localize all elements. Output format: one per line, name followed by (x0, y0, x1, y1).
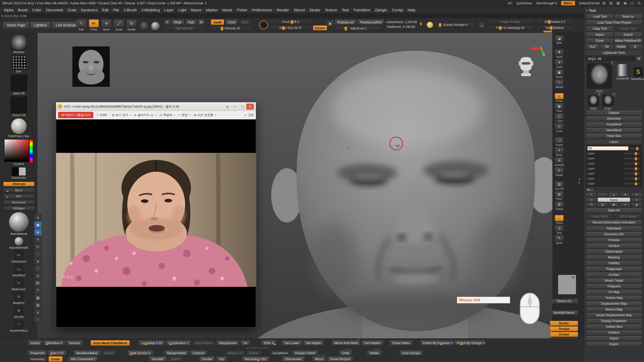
layer-prev-icon[interactable]: ◂ (586, 198, 597, 202)
bottom-button[interactable]: ZRemesher (282, 356, 305, 362)
left-tray-item[interactable]: Alpha Off (0, 75, 37, 95)
lightbox-button[interactable]: LightBox (30, 22, 51, 29)
layout-icon[interactable]: ▤ (601, 1, 607, 6)
collapse-left-icon[interactable]: ◂ (579, 177, 580, 180)
left-tray-item[interactable]: BasicMaterialB (0, 237, 37, 249)
layers-header[interactable]: Layers (586, 139, 642, 144)
menu-item[interactable]: Alpha (2, 7, 16, 13)
layer-intensity-slider[interactable] (624, 152, 640, 155)
minimize-icon[interactable]: — (231, 104, 239, 110)
mode-button[interactable]: ✏ Draw (88, 19, 100, 31)
subpalette-header[interactable]: Surface (586, 243, 642, 248)
bottom-button[interactable]: MergeVisible (164, 350, 189, 356)
right-shelf-button[interactable]: ▤ Line Fill (554, 181, 565, 190)
subpalette-header[interactable]: Unified Skin (586, 324, 642, 329)
subpalette-header[interactable]: Contact (586, 272, 642, 277)
bottom-button[interactable]: Auto Groups (399, 350, 423, 356)
left-tray-item[interactable]: FillObject (0, 206, 37, 210)
viewer-title-bar[interactable]: 비만 > main-qimg-93c3c8ffe6d5fa389f679ef1b… (56, 102, 256, 111)
tool-thumbnail[interactable]: 23강1 3 (587, 95, 599, 111)
layer-delete-icon[interactable]: − (597, 193, 608, 197)
subpalette-header[interactable]: Initialize (586, 330, 642, 335)
menu-item[interactable]: Help (405, 7, 418, 13)
bottom-button[interactable]: MergeDown (216, 340, 239, 346)
viewer-menu-button[interactable]: ▤ 책갈피 (158, 113, 176, 117)
obj-shadow-slider[interactable]: ObjShadow 0.3 (537, 19, 572, 24)
left-tray-item[interactable]: ▭ SelectRect (0, 265, 37, 277)
exif-button[interactable]: ⓘ EXIF (96, 113, 107, 117)
mode-button[interactable]: ⤢ Scale (113, 19, 125, 31)
right-shelf-button[interactable]: ▥ PolyF (554, 191, 565, 200)
layer-row[interactable]: Layer (587, 181, 641, 186)
bottom-button[interactable]: Delete (246, 350, 261, 356)
subpalette-header[interactable]: Import (586, 336, 642, 341)
subpalette-header[interactable]: Geometry (586, 116, 642, 121)
subpalette-header[interactable]: UV Map (586, 289, 642, 295)
menu-item[interactable]: Macro (189, 7, 204, 13)
menu-item[interactable]: Movie (220, 7, 234, 13)
subpalette-header[interactable]: Display Properties (586, 318, 642, 324)
import-mdd-button[interactable]: Import MDD (586, 214, 614, 219)
bottom-button[interactable]: Del Lower (282, 340, 302, 346)
collapse-right-icon[interactable]: ▸ (579, 181, 580, 184)
ac-indicator[interactable]: AC (508, 1, 512, 5)
menu-item[interactable]: Render (274, 7, 291, 13)
viewer-menu-button[interactable]: ✎ 편집 (177, 113, 192, 117)
bottom-button[interactable]: Morph UV (225, 350, 245, 356)
right-shelf-button[interactable]: ½ AAHalf (554, 79, 565, 88)
stroke-preview-icon[interactable] (140, 22, 149, 31)
layer-name-button[interactable]: Name (598, 198, 630, 202)
record-deformation-button[interactable]: Record Deformation Animation (586, 220, 642, 225)
z-intensity-slider[interactable]: Z Intensity 25 (211, 26, 251, 31)
bottom-button[interactable]: Double (199, 356, 215, 362)
tool-action-button[interactable]: GoZ (586, 44, 599, 49)
screen-icon[interactable]: ▣ (622, 1, 628, 6)
bottom-button[interactable]: Mirrorx y z (312, 356, 326, 362)
panel-collapse-icon[interactable]: ◂ (586, 9, 587, 12)
menu-item[interactable]: Document (44, 7, 65, 13)
dot-large-icon[interactable]: ● (34, 258, 42, 265)
pin-toggle[interactable]: ✓ 고정 (244, 113, 254, 117)
left-tray-item[interactable]: Texture Off (0, 97, 37, 117)
dynamic-toggle[interactable]: Dynamic (313, 25, 327, 30)
bottom-button[interactable]: Split Screen 0 (127, 350, 153, 356)
subpalette-header[interactable]: Polypaint (586, 284, 642, 289)
left-tray-item[interactable]: Blur 0 (0, 188, 37, 192)
left-tray-item[interactable]: Dots (0, 55, 37, 73)
bottom-button[interactable]: Del Hidden (361, 340, 383, 346)
swatch-green-icon[interactable]: ■ (34, 309, 42, 316)
bottom-button[interactable]: LazyStep 0.25 (138, 340, 165, 346)
layer-row[interactable]: Layer (587, 171, 641, 176)
home-page-button[interactable]: Home Page (3, 22, 29, 29)
right-shelf-button[interactable]: ▣ Actual (554, 69, 565, 78)
field-of-view-slider[interactable]: Field of view(deg) 30 (487, 25, 534, 30)
menu-item[interactable]: J-Brush (122, 7, 139, 13)
left-tray-item[interactable]: ◠ SmoothValleys (0, 320, 37, 332)
bottom-button[interactable]: Delete (101, 350, 116, 356)
layer-next-icon[interactable]: ▸ (631, 198, 642, 202)
subpalette-header[interactable]: FiberMesh (586, 226, 642, 231)
angle-of-view-slider[interactable]: Angle Of View (487, 19, 534, 24)
tool-action-button[interactable]: R (629, 44, 642, 49)
right-shelf-button[interactable]: ⊙ Local (554, 123, 565, 132)
right-shelf-button[interactable]: ⊕ Zoom3D (554, 157, 565, 166)
left-tray-item[interactable]: Alternate (0, 182, 37, 186)
layer-intensity-slider[interactable] (624, 162, 640, 165)
layer-new-icon[interactable]: + (586, 193, 596, 197)
see-through-slider[interactable]: See-through 0 (536, 1, 557, 5)
right-shelf-button[interactable]: ◍ Transp (554, 201, 565, 210)
close-icon[interactable]: ✕ (636, 1, 642, 6)
subpalette-header[interactable]: Preview (586, 237, 642, 243)
subpalette-header[interactable]: Subtool (586, 110, 642, 115)
bottom-button[interactable]: Polish By Features (420, 340, 453, 346)
layer-rename-input[interactable] (587, 146, 628, 150)
bottom-button[interactable]: DynaMesh (270, 350, 291, 356)
menu-item[interactable]: Layer (162, 7, 176, 13)
menu-item[interactable]: Texture (323, 7, 339, 13)
bottom-button[interactable]: Color (49, 356, 63, 362)
subpalette-header[interactable]: NanoMesh (586, 127, 642, 133)
menu-item[interactable]: Marker (204, 7, 220, 13)
subpalette-header[interactable]: Polygroups (586, 266, 642, 272)
subpalette-header[interactable]: Texture Map (586, 295, 642, 300)
quicksave-button[interactable]: QuickSave (516, 1, 532, 5)
